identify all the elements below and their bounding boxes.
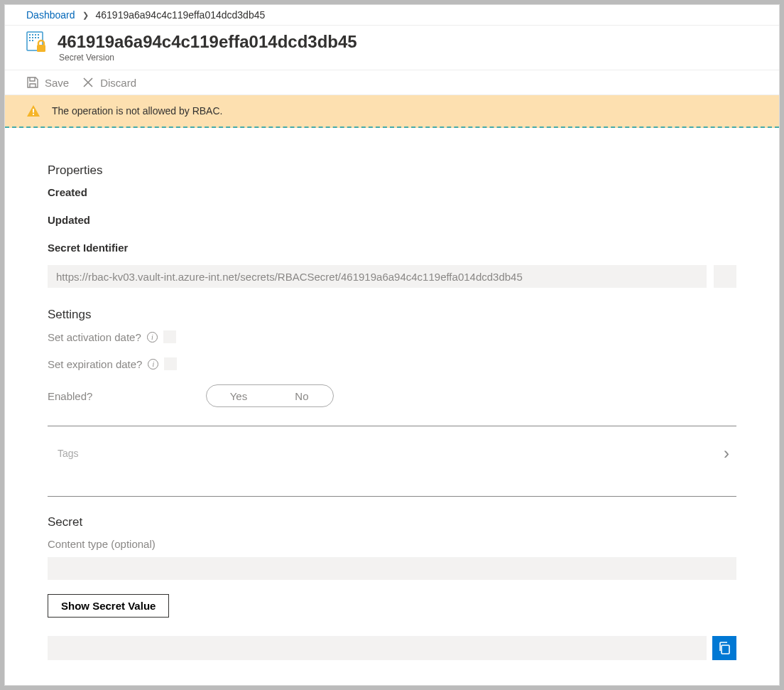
- activation-checkbox[interactable]: [163, 330, 176, 343]
- save-button[interactable]: Save: [26, 76, 69, 89]
- copy-secret-button[interactable]: [712, 636, 736, 660]
- svg-rect-7: [35, 37, 36, 38]
- breadcrumb-dashboard[interactable]: Dashboard: [26, 9, 75, 21]
- svg-rect-11: [37, 45, 45, 52]
- secret-value-input[interactable]: [48, 636, 707, 660]
- svg-rect-6: [32, 37, 33, 38]
- warning-icon: [26, 104, 40, 118]
- content: Properties Created Updated Secret Identi…: [5, 128, 779, 667]
- copy-icon: [717, 641, 731, 655]
- svg-rect-5: [29, 37, 31, 38]
- title-block: 461919a6a94c4c119effa014dcd3db45 Secret …: [5, 26, 779, 70]
- chevron-right-icon: ›: [724, 443, 729, 463]
- breadcrumb: Dashboard ❯ 461919a6a94c4c119effa014dcd3…: [5, 5, 779, 26]
- created-label: Created: [48, 186, 736, 198]
- breadcrumb-current: 461919a6a94c4c119effa014dcd3db45: [96, 9, 266, 21]
- activation-row: Set activation date? i: [48, 330, 736, 343]
- discard-button[interactable]: Discard: [82, 76, 136, 89]
- secret-heading: Secret: [48, 515, 736, 529]
- expiration-row: Set expiration date? i: [48, 357, 736, 370]
- keyvault-secret-icon: [26, 31, 48, 53]
- svg-rect-3: [35, 34, 36, 36]
- enabled-no[interactable]: No: [270, 385, 333, 406]
- info-icon[interactable]: i: [147, 332, 158, 343]
- enabled-toggle[interactable]: Yes No: [206, 384, 334, 407]
- svg-rect-9: [29, 40, 31, 41]
- svg-rect-12: [33, 109, 34, 113]
- secret-value-row: [48, 636, 736, 660]
- updated-label: Updated: [48, 214, 736, 226]
- secret-identifier-input[interactable]: [48, 265, 707, 288]
- rbac-warning-banner: The operation is not allowed by RBAC.: [5, 95, 779, 128]
- page-title: 461919a6a94c4c119effa014dcd3db45: [58, 33, 357, 51]
- svg-rect-8: [38, 37, 39, 38]
- copy-identifier-button[interactable]: [714, 265, 736, 288]
- activation-label: Set activation date?: [48, 331, 141, 343]
- properties-heading: Properties: [48, 163, 736, 178]
- svg-rect-4: [38, 34, 39, 36]
- secret-version-blade: Dashboard ❯ 461919a6a94c4c119effa014dcd3…: [4, 4, 780, 686]
- toolbar: Save Discard: [5, 70, 779, 95]
- chevron-right-icon: ❯: [82, 11, 89, 20]
- save-icon: [26, 76, 39, 89]
- settings-heading: Settings: [48, 308, 736, 322]
- page-subtitle: Secret Version: [5, 53, 779, 70]
- content-type-input[interactable]: [48, 557, 736, 580]
- warning-message: The operation is not allowed by RBAC.: [52, 105, 222, 117]
- close-icon: [82, 76, 94, 89]
- info-icon[interactable]: i: [148, 359, 158, 370]
- expiration-checkbox[interactable]: [164, 357, 177, 370]
- svg-rect-13: [33, 114, 34, 115]
- discard-label: Discard: [100, 77, 136, 89]
- enabled-label: Enabled?: [48, 390, 92, 402]
- svg-rect-14: [722, 645, 729, 654]
- tags-row[interactable]: Tags ›: [48, 426, 736, 497]
- expiration-label: Set expiration date?: [48, 358, 142, 370]
- show-secret-value-button[interactable]: Show Secret Value: [48, 594, 169, 618]
- enabled-row: Enabled? Yes No: [48, 384, 736, 407]
- secret-identifier-label: Secret Identifier: [48, 242, 736, 254]
- tags-label: Tags: [58, 448, 79, 459]
- enabled-yes[interactable]: Yes: [207, 385, 270, 406]
- save-label: Save: [45, 77, 69, 89]
- svg-rect-1: [29, 34, 31, 36]
- secret-identifier-field: [48, 265, 736, 288]
- svg-rect-10: [32, 40, 33, 41]
- content-type-label: Content type (optional): [48, 538, 736, 550]
- svg-rect-2: [32, 34, 33, 36]
